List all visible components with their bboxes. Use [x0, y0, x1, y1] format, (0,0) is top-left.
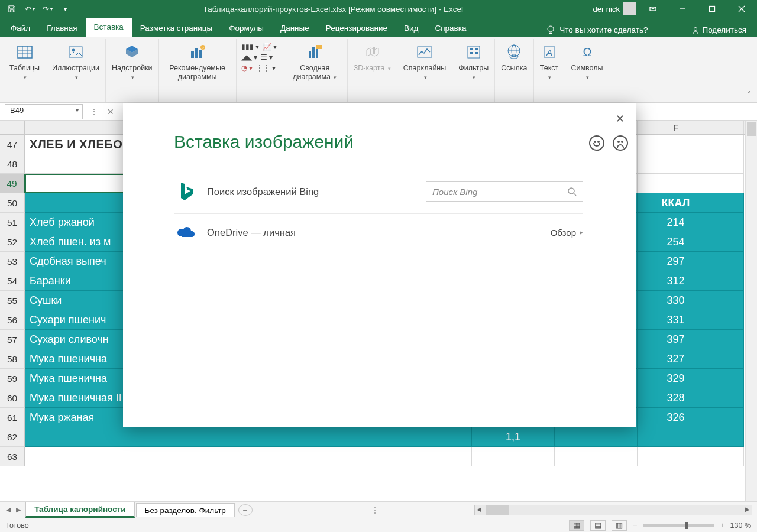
- cell[interactable]: 1,1: [472, 427, 555, 447]
- row-header[interactable]: 56: [0, 310, 25, 330]
- cell[interactable]: [714, 330, 744, 349]
- cell[interactable]: [714, 388, 744, 408]
- cell[interactable]: [714, 447, 744, 466]
- bing-search-box[interactable]: [426, 181, 583, 202]
- ribbon-sparklines[interactable]: Спарклайны▾: [397, 39, 452, 102]
- cell[interactable]: [638, 427, 714, 447]
- ribbon-addons[interactable]: Надстройки▾: [106, 39, 159, 102]
- tab-data[interactable]: Данные: [272, 20, 318, 37]
- save-icon[interactable]: [4, 2, 20, 16]
- tell-me-input[interactable]: Что вы хотите сделать?: [559, 25, 648, 34]
- row-header[interactable]: 57: [0, 330, 25, 349]
- cell[interactable]: 331: [638, 310, 714, 330]
- ribbon-illustrations[interactable]: Иллюстрации▾: [46, 39, 106, 102]
- col-header-f[interactable]: F: [638, 121, 714, 134]
- cell[interactable]: 326: [638, 408, 714, 427]
- cell[interactable]: [714, 174, 744, 193]
- undo-icon[interactable]: ↶ ▾: [21, 2, 38, 16]
- row-header[interactable]: 48: [0, 154, 25, 174]
- cell[interactable]: [638, 174, 714, 193]
- cell[interactable]: 327: [638, 349, 714, 369]
- ribbon-link[interactable]: Ссылка: [495, 39, 533, 102]
- sheet-tab-1[interactable]: Таблица калорийности: [25, 502, 134, 518]
- cell[interactable]: [555, 427, 638, 447]
- row-header[interactable]: 59: [0, 369, 25, 388]
- view-pagelayout-icon[interactable]: ▤: [590, 520, 606, 531]
- cell[interactable]: 397: [638, 330, 714, 349]
- zoom-level[interactable]: 130 %: [730, 521, 751, 530]
- cell[interactable]: [25, 427, 313, 447]
- row-header[interactable]: 47: [0, 135, 25, 154]
- ribbon-pivot-chart[interactable]: Сводная диаграмма ▾: [282, 39, 348, 102]
- ribbon-filters[interactable]: Фильтры▾: [452, 39, 495, 102]
- tab-layout[interactable]: Разметка страницы: [132, 20, 221, 37]
- hbar-chart-icon[interactable]: ☰ ▾: [261, 53, 273, 61]
- cell[interactable]: [555, 447, 638, 466]
- cell[interactable]: 330: [638, 291, 714, 310]
- zoom-out-icon[interactable]: −: [633, 521, 637, 530]
- cell[interactable]: [714, 252, 744, 271]
- cell[interactable]: 312: [638, 271, 714, 291]
- cell[interactable]: [714, 408, 744, 427]
- cell[interactable]: 214: [638, 213, 714, 232]
- cell[interactable]: [714, 349, 744, 369]
- zoom-in-icon[interactable]: +: [720, 521, 724, 530]
- zoom-slider[interactable]: [643, 524, 714, 527]
- new-sheet-button[interactable]: ＋: [238, 504, 253, 516]
- row-header[interactable]: 55: [0, 291, 25, 310]
- cell[interactable]: 329: [638, 369, 714, 388]
- bing-search-input[interactable]: [432, 187, 577, 197]
- tab-file[interactable]: Файл: [2, 20, 38, 37]
- cell[interactable]: [714, 427, 744, 447]
- view-normal-icon[interactable]: ▦: [569, 520, 584, 531]
- maximize-button[interactable]: [699, 0, 725, 18]
- cell[interactable]: [638, 447, 714, 466]
- row-header[interactable]: 49: [0, 174, 25, 193]
- tab-insert[interactable]: Вставка: [86, 18, 132, 37]
- cell[interactable]: [714, 369, 744, 388]
- fx-cancel-icon[interactable]: ⋮: [86, 104, 102, 119]
- cell[interactable]: 254: [638, 232, 714, 252]
- row-header[interactable]: 50: [0, 193, 25, 213]
- area-chart-icon[interactable]: ◢◣ ▾: [241, 53, 257, 61]
- row-header[interactable]: 62: [0, 427, 25, 447]
- minimize-button[interactable]: [669, 0, 695, 18]
- avatar[interactable]: [623, 2, 636, 15]
- cell[interactable]: ККАЛ: [638, 193, 714, 213]
- cell[interactable]: [472, 447, 555, 466]
- col-header[interactable]: [714, 121, 744, 134]
- fx-cancel-icon[interactable]: ✕: [103, 104, 118, 119]
- tab-review[interactable]: Рецензирование: [318, 20, 396, 37]
- onedrive-browse-button[interactable]: Обзор: [551, 228, 583, 238]
- select-all-corner[interactable]: [0, 121, 25, 134]
- cell[interactable]: [714, 193, 744, 213]
- cell[interactable]: [638, 135, 714, 154]
- table-row[interactable]: 621,1: [0, 427, 757, 447]
- feedback-smile-icon[interactable]: [589, 135, 604, 151]
- tab-home[interactable]: Главная: [38, 20, 85, 37]
- feedback-sad-icon[interactable]: [613, 135, 628, 151]
- collapse-ribbon-icon[interactable]: ˄: [748, 90, 751, 99]
- cell[interactable]: [638, 154, 714, 174]
- splitter-handle[interactable]: ⋮: [371, 505, 379, 515]
- ribbon-recommended-charts[interactable]: ? Рекомендуемые диаграммы: [159, 39, 237, 102]
- cell[interactable]: [714, 271, 744, 291]
- cell[interactable]: 328: [638, 388, 714, 408]
- redo-icon[interactable]: ↷ ▾: [39, 2, 56, 16]
- cell[interactable]: [714, 154, 744, 174]
- pie-chart-icon[interactable]: ◔ ▾: [241, 64, 253, 72]
- cell[interactable]: [313, 427, 396, 447]
- cell[interactable]: [25, 447, 313, 466]
- ribbon-text[interactable]: A Текст▾: [534, 39, 565, 102]
- sheet-nav[interactable]: ◀ ▶: [2, 506, 24, 514]
- view-pagebreak-icon[interactable]: ▥: [612, 520, 627, 531]
- table-row[interactable]: 63: [0, 447, 757, 466]
- close-button[interactable]: [729, 0, 755, 18]
- row-header[interactable]: 51: [0, 213, 25, 232]
- line-chart-icon[interactable]: 📈 ▾: [263, 43, 277, 51]
- tab-view[interactable]: Вид: [396, 20, 426, 37]
- cell[interactable]: [396, 427, 472, 447]
- cell[interactable]: [714, 310, 744, 330]
- share-button[interactable]: Поделиться: [687, 23, 751, 37]
- ribbon-chart-types[interactable]: ▮▮▮ ▾📈 ▾ ◢◣ ▾☰ ▾ ◔ ▾⋮⋮ ▾: [237, 39, 283, 102]
